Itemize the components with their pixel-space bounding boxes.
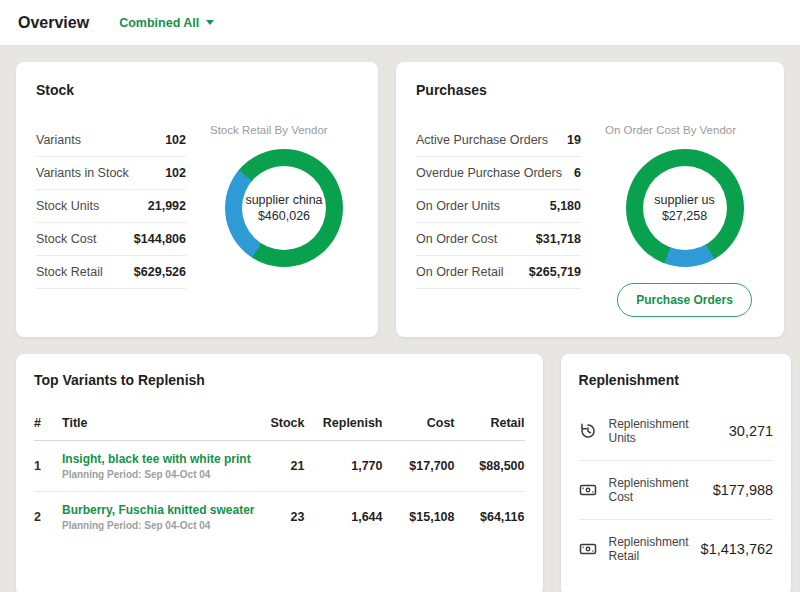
stat-on-order-retail: On Order Retail $265,719 [416, 256, 581, 289]
purchases-donut-vendor: supplier us [654, 193, 714, 207]
col-retail: Retail [461, 416, 525, 430]
replenishment-cost-row: Replenishment Cost $177,988 [579, 461, 774, 520]
stat-on-order-cost: On Order Cost $31,718 [416, 223, 581, 256]
stat-label: Overdue Purchase Orders [416, 166, 562, 180]
stat-stock-retail: Stock Retail $629,526 [36, 256, 186, 289]
repl-label: Replenishment Units [609, 417, 717, 445]
stat-label: On Order Units [416, 199, 500, 213]
row-rank: 1 [34, 459, 56, 473]
replenishment-title: Replenishment [579, 372, 774, 388]
repl-label: Replenishment Retail [609, 535, 689, 563]
repl-value: 30,271 [729, 423, 773, 439]
stat-stock-units: Stock Units 21,992 [36, 190, 186, 223]
bottom-row: Top Variants to Replenish # Title Stock … [16, 354, 784, 592]
banknote-icon [579, 540, 597, 558]
on-order-cost-donut-chart: supplier us $27,258 [626, 149, 744, 267]
stat-label: Stock Retail [36, 265, 103, 279]
top-variants-title: Top Variants to Replenish [34, 372, 525, 388]
stat-variants-in-stock: Variants in Stock 102 [36, 157, 186, 190]
variants-table: # Title Stock Replenish Cost Retail 1 In… [34, 416, 525, 542]
stat-value: 6 [574, 166, 581, 180]
stat-value: $265,719 [529, 265, 581, 279]
history-icon [579, 422, 597, 440]
variant-link[interactable]: Insight, black tee with white print [62, 452, 255, 466]
stat-value: $31,718 [536, 232, 581, 246]
table-row: 2 Burberry, Fuschia knitted sweater Plan… [34, 492, 525, 542]
stock-chart-title: Stock Retail By Vendor [210, 124, 328, 136]
stat-label: Variants [36, 133, 81, 147]
variant-link[interactable]: Burberry, Fuschia knitted sweater [62, 503, 255, 517]
stock-card-title: Stock [36, 82, 358, 98]
stat-value: 5,180 [550, 199, 581, 213]
stock-card-body: Variants 102 Variants in Stock 102 Stock… [36, 124, 358, 289]
stock-donut-vendor: supplier china [245, 193, 322, 207]
purchases-card-title: Purchases [416, 82, 764, 98]
purchases-donut-value: $27,258 [662, 209, 707, 223]
col-cost: Cost [389, 416, 455, 430]
purchases-card-body: Active Purchase Orders 19 Overdue Purcha… [416, 124, 764, 317]
purchases-chart-title: On Order Cost By Vendor [605, 124, 736, 136]
dashboard-content: Stock Variants 102 Variants in Stock 102… [0, 46, 800, 592]
stat-value: 102 [165, 133, 186, 147]
planning-period: Planning Period: Sep 04-Oct 04 [62, 469, 255, 480]
repl-value: $177,988 [713, 482, 773, 498]
variants-table-header: # Title Stock Replenish Cost Retail [34, 416, 525, 441]
row-replenish: 1,644 [311, 510, 383, 524]
stock-stats: Variants 102 Variants in Stock 102 Stock… [36, 124, 186, 289]
row-title-cell: Insight, black tee with white print Plan… [62, 452, 255, 480]
stat-value: 21,992 [148, 199, 186, 213]
stat-value: 102 [165, 166, 186, 180]
replenishment-card: Replenishment Replenishment Units 30,271… [561, 354, 792, 592]
page-title: Overview [18, 14, 89, 32]
stat-label: On Order Cost [416, 232, 497, 246]
replenishment-retail-row: Replenishment Retail $1,413,762 [579, 520, 774, 578]
col-stock: Stock [261, 416, 305, 430]
stat-active-purchase-orders: Active Purchase Orders 19 [416, 124, 581, 157]
stat-stock-cost: Stock Cost $144,806 [36, 223, 186, 256]
table-row: 1 Insight, black tee with white print Pl… [34, 441, 525, 492]
col-title: Title [62, 416, 255, 430]
repl-value: $1,413,762 [701, 541, 774, 557]
row-stock: 23 [261, 510, 305, 524]
chevron-down-icon [206, 20, 214, 25]
stat-on-order-units: On Order Units 5,180 [416, 190, 581, 223]
row-title-cell: Burberry, Fuschia knitted sweater Planni… [62, 503, 255, 531]
stat-value: $629,526 [134, 265, 186, 279]
row-retail: $64,116 [461, 510, 525, 524]
purchases-chart-column: On Order Cost By Vendor supplier us $27,… [605, 124, 764, 317]
scope-filter-dropdown[interactable]: Combined All [119, 16, 214, 30]
row-stock: 21 [261, 459, 305, 473]
planning-period: Planning Period: Sep 04-Oct 04 [62, 520, 255, 531]
scope-filter-label: Combined All [119, 16, 199, 30]
col-num: # [34, 416, 56, 430]
stat-overdue-purchase-orders: Overdue Purchase Orders 6 [416, 157, 581, 190]
stat-value: 19 [567, 133, 581, 147]
stat-label: Variants in Stock [36, 166, 129, 180]
purchases-stats: Active Purchase Orders 19 Overdue Purcha… [416, 124, 581, 317]
col-replenish: Replenish [311, 416, 383, 430]
stat-label: Stock Cost [36, 232, 96, 246]
stat-label: On Order Retail [416, 265, 504, 279]
stat-label: Active Purchase Orders [416, 133, 548, 147]
purchase-orders-button[interactable]: Purchase Orders [617, 283, 752, 317]
replenishment-units-row: Replenishment Units 30,271 [579, 402, 774, 461]
repl-label: Replenishment Cost [609, 476, 701, 504]
top-bar: Overview Combined All [0, 0, 800, 46]
purchases-card: Purchases Active Purchase Orders 19 Over… [396, 62, 784, 337]
stock-card: Stock Variants 102 Variants in Stock 102… [16, 62, 378, 337]
row-rank: 2 [34, 510, 56, 524]
stock-chart-column: Stock Retail By Vendor supplier china $4… [210, 124, 358, 289]
stat-label: Stock Units [36, 199, 99, 213]
purchases-donut-center: supplier us $27,258 [643, 166, 727, 250]
top-variants-card: Top Variants to Replenish # Title Stock … [16, 354, 543, 592]
row-cost: $15,108 [389, 510, 455, 524]
stock-donut-center: supplier china $460,026 [242, 166, 326, 250]
row-replenish: 1,770 [311, 459, 383, 473]
top-row: Stock Variants 102 Variants in Stock 102… [16, 62, 784, 337]
stat-variants: Variants 102 [36, 124, 186, 157]
stock-donut-value: $460,026 [258, 209, 310, 223]
replenishment-rows: Replenishment Units 30,271 Replenishment… [579, 402, 774, 578]
row-cost: $17,700 [389, 459, 455, 473]
banknote-icon [579, 481, 597, 499]
stat-value: $144,806 [134, 232, 186, 246]
